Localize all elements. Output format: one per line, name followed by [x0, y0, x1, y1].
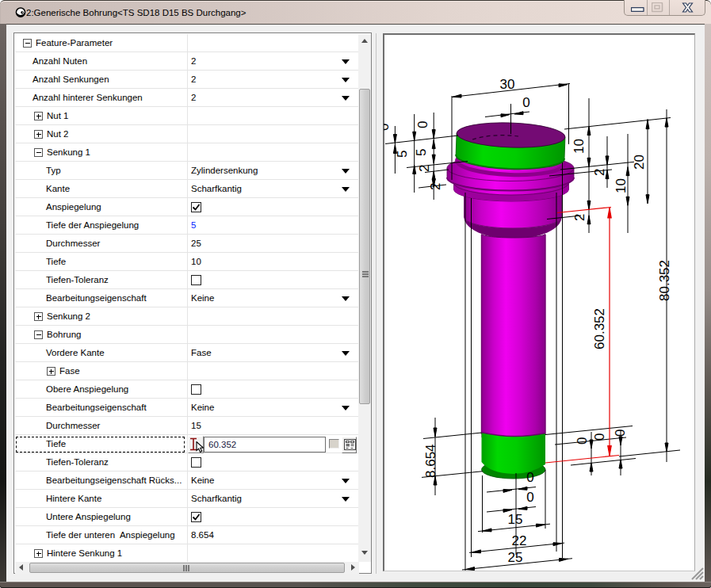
svg-text:0: 0 — [384, 124, 392, 131]
svg-text:0: 0 — [526, 490, 533, 505]
svg-text:22: 22 — [512, 533, 527, 548]
svg-text:0: 0 — [522, 95, 529, 110]
svg-text:2: 2 — [417, 165, 432, 172]
svg-text:30: 30 — [500, 77, 515, 92]
svg-text:10: 10 — [614, 178, 629, 193]
svg-text:2: 2 — [428, 183, 443, 190]
svg-text:8.654: 8.654 — [423, 444, 438, 478]
svg-text:0: 0 — [613, 430, 628, 437]
svg-text:10: 10 — [571, 139, 587, 154]
svg-text:5: 5 — [395, 151, 410, 158]
svg-text:25: 25 — [508, 550, 523, 565]
svg-text:0: 0 — [592, 433, 607, 441]
svg-text:80.352: 80.352 — [657, 260, 672, 301]
svg-text:2: 2 — [592, 169, 607, 176]
svg-text:5: 5 — [414, 149, 429, 156]
svg-text:60.352: 60.352 — [592, 308, 607, 349]
svg-text:0: 0 — [415, 121, 430, 128]
svg-text:15: 15 — [508, 512, 523, 527]
svg-text:2: 2 — [572, 214, 587, 221]
svg-text:0: 0 — [575, 437, 590, 445]
svg-text:0: 0 — [526, 470, 533, 485]
svg-text:20: 20 — [632, 155, 647, 170]
